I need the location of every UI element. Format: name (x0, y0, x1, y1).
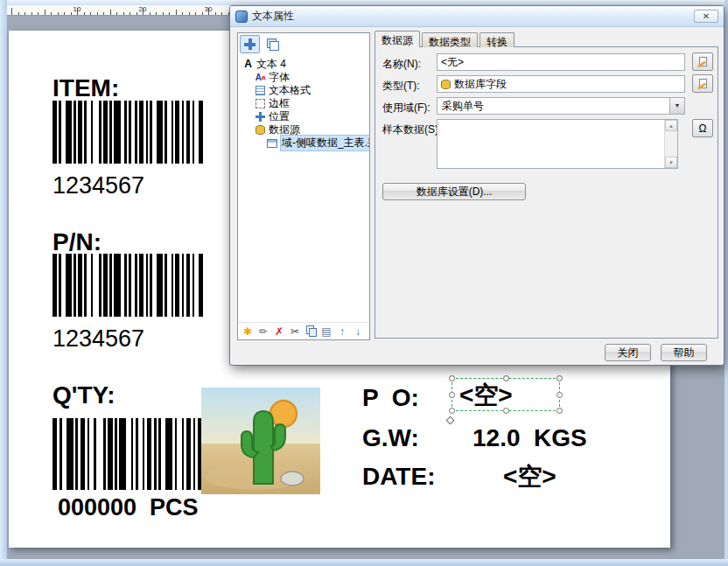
date-value-text[interactable]: <空> (503, 464, 556, 491)
selection-handle[interactable] (449, 392, 455, 398)
page-pencil-icon (699, 79, 707, 88)
pn-label-text[interactable]: P/N: (52, 229, 102, 256)
tab-data-source[interactable]: 数据源 (374, 31, 420, 47)
tree-item-text-format[interactable]: 文本格式 (242, 84, 369, 97)
selection-handle[interactable] (503, 408, 509, 414)
sample-data-textarea[interactable]: ▲ ▼ (437, 119, 678, 169)
selection-handle[interactable] (503, 375, 509, 381)
wizard-wand-icon[interactable]: ✏ (257, 325, 270, 338)
selection-handle[interactable] (556, 375, 563, 381)
use-field-dropdown[interactable]: 采购单号 ▼ (437, 97, 685, 115)
paste-icon[interactable]: ▤ (320, 325, 332, 338)
delete-icon[interactable]: ✗ (273, 325, 285, 338)
close-dialog-button[interactable]: 关闭 (605, 344, 651, 361)
selection-handle[interactable] (556, 408, 563, 414)
date-label-text[interactable]: DATE: (362, 464, 435, 491)
new-data-source-icon[interactable]: ✱ (242, 325, 254, 338)
pn-value-text[interactable]: 1234567 (52, 326, 144, 353)
app-icon (235, 10, 248, 23)
table-field-icon (267, 139, 277, 148)
database-settings-button[interactable]: 数据库设置(D)... (382, 183, 526, 200)
pn-barcode[interactable] (52, 254, 203, 317)
data-source-tab-panel: 名称(N): 类型(T): 数据库字段 使用域(F): 采购单号 ▼ 样本数据(… (374, 46, 718, 339)
qty-value-text[interactable]: 000000 PCS (58, 495, 199, 521)
ruler-number: 30 (205, 5, 213, 13)
selection-handle[interactable] (556, 392, 563, 398)
element-tree-panel: A 文本 4 Aa 字体 文本格式 边框 位置 数据源 (237, 32, 370, 340)
type-change-button[interactable] (692, 74, 713, 93)
tree-item-text-object[interactable]: A 文本 4 (242, 58, 369, 71)
selection-handle[interactable] (449, 375, 455, 381)
type-label: 类型(T): (382, 79, 420, 94)
ruler-number: 10 (74, 5, 81, 13)
gw-label-text[interactable]: G.W: (362, 425, 419, 452)
dialog-titlebar[interactable]: 文本属性 ✕ (230, 6, 724, 27)
font-icon: Aa (255, 72, 266, 83)
database-field-icon (441, 80, 451, 89)
chevron-down-icon[interactable]: ▼ (669, 98, 684, 114)
layers-icon[interactable] (262, 35, 283, 53)
cactus-image[interactable] (201, 388, 320, 494)
tab-convert[interactable]: 转换 (480, 32, 514, 47)
window-border-bottom (0, 559, 728, 566)
tree-item-position[interactable]: 位置 (242, 110, 369, 123)
close-icon[interactable]: ✕ (694, 10, 718, 23)
move-cross-icon (244, 38, 256, 50)
name-edit-button[interactable] (692, 52, 713, 71)
scroll-down-icon[interactable]: ▼ (665, 157, 677, 168)
window-border-left (0, 0, 7, 566)
textarea-scrollbar[interactable]: ▲ ▼ (664, 120, 677, 168)
tree-toolbar (238, 33, 369, 56)
text-format-icon (256, 86, 265, 95)
text-object-icon: A (242, 59, 254, 70)
tab-data-type[interactable]: 数据类型 (422, 32, 478, 47)
scroll-up-icon[interactable]: ▲ (665, 120, 677, 131)
item-label-text[interactable]: ITEM: (52, 75, 119, 102)
sample-data-label: 样本数据(S): (382, 122, 441, 137)
help-button[interactable]: 帮助 (661, 344, 707, 361)
layers-glyph-icon (267, 38, 278, 50)
special-character-button[interactable]: Ω (692, 119, 713, 137)
move-down-icon[interactable]: ↓ (352, 325, 364, 338)
position-icon (256, 112, 265, 122)
arrange-icon[interactable] (240, 35, 260, 53)
tree-item-font[interactable]: Aa 字体 (242, 71, 369, 84)
type-field[interactable]: 数据库字段 (437, 75, 685, 93)
selection-anchor-handle[interactable] (446, 416, 455, 425)
gw-value-text[interactable]: 12.0 KGS (472, 425, 587, 452)
item-barcode[interactable] (52, 101, 203, 164)
dialog-title: 文本属性 (252, 9, 294, 24)
cut-icon[interactable]: ✂ (289, 325, 301, 338)
ruler-number: 20 (139, 5, 147, 13)
selection-handle[interactable] (449, 408, 455, 414)
tree-item-border[interactable]: 边框 (242, 97, 369, 110)
property-tabs: 数据源 数据类型 转换 (374, 31, 516, 47)
copy-icon[interactable] (304, 325, 317, 338)
window-border-right (724, 0, 728, 566)
selection-box (452, 378, 560, 411)
database-icon (256, 125, 265, 135)
object-tree: A 文本 4 Aa 字体 文本格式 边框 位置 数据源 (238, 58, 369, 321)
border-icon (256, 99, 265, 108)
tree-bottom-toolbar: ✱ ✏ ✗ ✂ ▤ ↑ ↓ (238, 322, 369, 339)
tree-item-database-field[interactable]: 域-侧唛数据_主表.采购... (242, 136, 369, 150)
qty-label-text[interactable]: Q'TY: (52, 382, 115, 409)
text-properties-dialog: 文本属性 ✕ A 文本 4 Aa 字体 文本格式 边框 (229, 5, 724, 366)
po-label-text[interactable]: P O: (362, 385, 419, 412)
item-value-text[interactable]: 1234567 (52, 173, 144, 199)
move-up-icon[interactable]: ↑ (336, 325, 348, 338)
name-label: 名称(N): (382, 57, 421, 72)
qty-barcode[interactable] (52, 418, 216, 490)
page-pencil-icon (699, 57, 707, 66)
use-field-label: 使用域(F): (382, 101, 430, 115)
name-input[interactable] (437, 53, 685, 71)
